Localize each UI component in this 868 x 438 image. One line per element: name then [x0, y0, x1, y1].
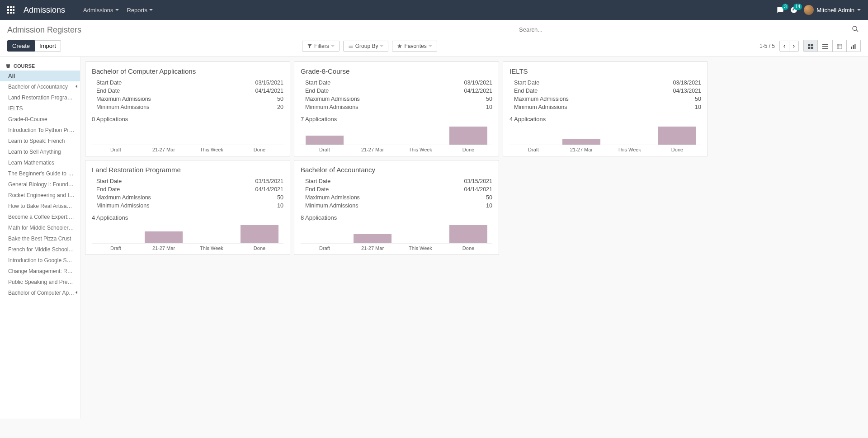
filters-button[interactable]: Filters	[302, 41, 340, 52]
favorites-button[interactable]: Favorites	[392, 41, 437, 52]
sidebar-item[interactable]: French for Middle Schoolers	[0, 244, 80, 255]
import-button[interactable]: Import	[35, 40, 61, 52]
info-label: Minimum Admissions	[305, 104, 358, 110]
info-label: Maximum Admissions	[96, 194, 151, 201]
sidebar-header: COURSE	[0, 61, 80, 71]
apps-icon[interactable]	[7, 6, 14, 14]
info-label: Maximum Admissions	[305, 194, 360, 201]
info-row: End Date04/14/2021	[96, 87, 283, 95]
sidebar-item[interactable]: Change Management: Real …	[0, 266, 80, 277]
sidebar-item[interactable]: Bachelor of Accountancy	[0, 81, 80, 92]
chart-category-label: This Week	[188, 245, 236, 251]
info-value: 03/19/2021	[464, 80, 492, 86]
chart-bar	[449, 127, 488, 145]
create-button[interactable]: Create	[7, 40, 35, 52]
info-label: Maximum Admissions	[305, 96, 360, 102]
search-icon[interactable]	[852, 25, 859, 34]
info-label: End Date	[514, 88, 538, 94]
info-value: 04/14/2021	[255, 88, 283, 94]
sidebar-item[interactable]: Bachelor of Computer Ap…	[0, 287, 80, 298]
messages-badge: 3	[782, 4, 788, 10]
sidebar-item[interactable]: The Beginner's Guide to Veg…	[0, 168, 80, 179]
register-card[interactable]: Bachelor of AccountancyStart Date03/15/2…	[294, 160, 499, 255]
chart-bar	[354, 234, 392, 243]
sidebar-item[interactable]: Bake the Best Pizza Crust	[0, 233, 80, 244]
register-card[interactable]: Land Restoration ProgrammeStart Date03/1…	[85, 160, 290, 255]
sidebar-item[interactable]: General Biology I: Foundatio…	[0, 179, 80, 190]
sidebar-item[interactable]: Grade-8-Course	[0, 114, 80, 125]
sidebar-item[interactable]: Math for Middle Schoolers: S…	[0, 222, 80, 233]
brand-title[interactable]: Admissions	[24, 5, 65, 15]
svg-rect-13	[808, 47, 810, 49]
sidebar-item[interactable]: Learn Mathematics	[0, 157, 80, 168]
chart-labels: Draft21-27 MarThis WeekDone	[92, 147, 283, 152]
info-value: 10	[695, 104, 701, 110]
user-menu[interactable]: Mitchell Admin	[804, 5, 861, 15]
chart-category-label: Done	[444, 245, 492, 251]
svg-rect-16	[822, 46, 828, 47]
chart-labels: Draft21-27 MarThis WeekDone	[92, 245, 283, 251]
messages-icon[interactable]: 3	[777, 6, 784, 14]
svg-rect-0	[7, 6, 9, 8]
info-row: Minimum Admissions10	[514, 103, 701, 111]
view-kanban-button[interactable]	[803, 40, 818, 52]
info-label: Minimum Admissions	[305, 203, 358, 209]
chart-bar	[241, 225, 279, 243]
view-list-button[interactable]	[818, 40, 832, 52]
register-card[interactable]: IELTSStart Date03/18/2021End Date04/13/2…	[503, 61, 708, 156]
sidebar-item[interactable]: Learn to Speak: French	[0, 136, 80, 146]
info-label: Minimum Admissions	[514, 104, 567, 110]
chevron-down-icon	[380, 45, 383, 47]
info-value: 50	[695, 96, 701, 102]
info-row: End Date04/12/2021	[305, 87, 492, 95]
svg-rect-11	[808, 44, 810, 46]
chart-category-label: 21-27 Mar	[140, 147, 188, 152]
nav-menu-admissions[interactable]: Admissions	[83, 7, 118, 14]
nav-menu-reports[interactable]: Reports	[127, 7, 153, 14]
sidebar-item[interactable]: How to Bake Real Artisan Br…	[0, 201, 80, 212]
card-title: IELTS	[509, 67, 701, 75]
search-input[interactable]	[517, 24, 861, 35]
filters-label: Filters	[314, 43, 329, 49]
info-label: Start Date	[96, 80, 122, 86]
sidebar-item[interactable]: IELTS	[0, 103, 80, 114]
sidebar-item[interactable]: Land Restoration Programme	[0, 92, 80, 103]
info-label: Start Date	[514, 80, 539, 86]
svg-rect-23	[854, 44, 855, 49]
sidebar-item[interactable]: Introduction To Python Progr…	[0, 125, 80, 136]
register-card[interactable]: Bachelor of Computer ApplicationsStart D…	[85, 61, 290, 156]
info-value: 50	[277, 96, 283, 102]
info-label: Maximum Admissions	[514, 96, 569, 102]
sidebar-item[interactable]: All	[0, 71, 80, 81]
info-value: 03/18/2021	[673, 80, 701, 86]
chart-category-label: 21-27 Mar	[140, 245, 188, 251]
pager-next-button[interactable]: ›	[789, 41, 799, 52]
applications-count: 7 Applications	[301, 116, 492, 122]
view-graph-button[interactable]	[847, 40, 861, 52]
sidebar-header-label: COURSE	[14, 63, 35, 69]
info-row: Start Date03/19/2021	[305, 79, 492, 87]
activity-icon[interactable]: 14	[790, 6, 797, 14]
sidebar-item[interactable]: Rocket Engineering and Inte…	[0, 190, 80, 201]
mini-chart	[301, 224, 492, 244]
groupby-button[interactable]: Group By	[343, 41, 389, 52]
svg-line-10	[856, 30, 858, 32]
sidebar-item[interactable]: Learn to Sell Anything	[0, 146, 80, 157]
register-card[interactable]: Grade-8-CourseStart Date03/19/2021End Da…	[294, 61, 499, 156]
chart-category-label: 21-27 Mar	[349, 147, 396, 152]
view-pivot-button[interactable]	[832, 40, 847, 52]
pager-prev-button[interactable]: ‹	[779, 41, 789, 52]
chart-bar	[306, 136, 344, 145]
info-row: Start Date03/15/2021	[305, 177, 492, 185]
kanban-area: Bachelor of Computer ApplicationsStart D…	[80, 57, 868, 419]
info-label: Start Date	[305, 178, 330, 184]
info-label: Start Date	[96, 178, 122, 184]
sidebar-item[interactable]: Become a Coffee Expert: Ho…	[0, 212, 80, 222]
sidebar-item[interactable]: Public Speaking and Present…	[0, 277, 80, 287]
info-label: End Date	[305, 88, 329, 94]
info-value: 04/13/2021	[673, 88, 701, 94]
info-value: 03/15/2021	[255, 80, 283, 86]
sidebar-item[interactable]: Introduction to Google Sheets	[0, 255, 80, 266]
nav-menu-label: Reports	[127, 7, 148, 14]
card-title: Bachelor of Accountancy	[301, 166, 492, 174]
